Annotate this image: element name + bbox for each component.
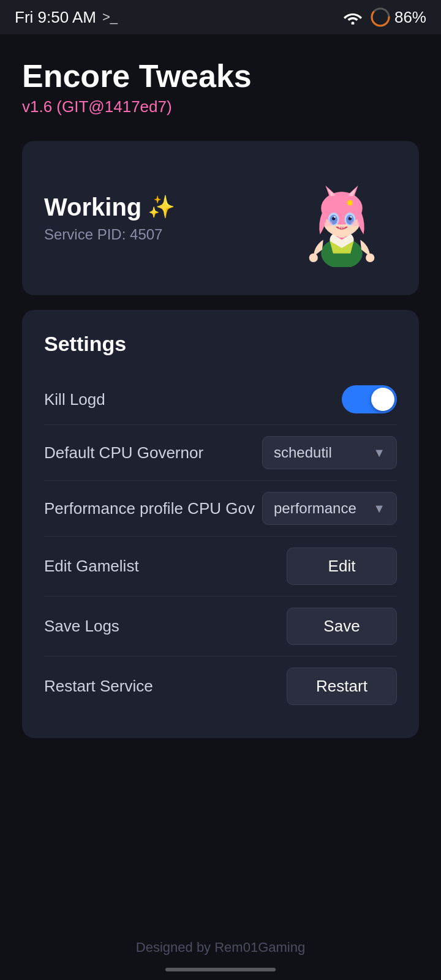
svg-point-18 xyxy=(351,221,360,227)
app-title: Encore Tweaks xyxy=(22,59,419,94)
setting-row-restart-service: Restart Service Restart xyxy=(44,657,397,716)
setting-row-cpu-governor: Default CPU Governor schedutil ▼ xyxy=(44,425,397,481)
status-card: Working ✨ Service PID: 4507 xyxy=(22,141,419,295)
setting-row-save-logs: Save Logs Save xyxy=(44,597,397,657)
svg-point-15 xyxy=(334,216,336,218)
status-time: Fri 9:50 AM xyxy=(15,8,96,27)
terminal-icon: >_ xyxy=(102,9,118,25)
battery-indicator: 86% xyxy=(370,7,426,28)
mascot-image xyxy=(287,163,397,273)
svg-point-23 xyxy=(366,254,374,262)
cpu-governor-value: schedutil xyxy=(274,444,332,461)
home-indicator xyxy=(165,968,276,971)
setting-row-kill-logd: Kill Logd xyxy=(44,374,397,425)
save-logs-button[interactable]: Save xyxy=(287,608,397,645)
dropdown-chevron-icon: ▼ xyxy=(373,446,385,460)
service-pid: Service PID: 4507 xyxy=(44,226,287,243)
status-card-info: Working ✨ Service PID: 4507 xyxy=(44,194,287,243)
settings-card: Settings Kill Logd Default CPU Governor … xyxy=(22,310,419,738)
edit-gamelist-label: Edit Gamelist xyxy=(44,557,287,576)
status-title: Working ✨ xyxy=(44,194,287,221)
perf-profile-dropdown[interactable]: performance ▼ xyxy=(262,492,397,525)
cpu-governor-dropdown[interactable]: schedutil ▼ xyxy=(262,436,397,469)
setting-row-perf-profile: Performance profile CPU Gov performance … xyxy=(44,481,397,537)
kill-logd-label: Kill Logd xyxy=(44,390,342,409)
cpu-governor-label: Default CPU Governor xyxy=(44,443,262,462)
sparkle-icon: ✨ xyxy=(148,194,175,220)
app-version: v1.6 (GIT@1417ed7) xyxy=(22,97,419,116)
main-content: Encore Tweaks v1.6 (GIT@1417ed7) Working… xyxy=(0,34,441,787)
battery-percent: 86% xyxy=(394,8,426,27)
perf-profile-label: Performance profile CPU Gov xyxy=(44,499,262,518)
footer: Designed by Rem01Gaming xyxy=(0,940,441,956)
save-logs-label: Save Logs xyxy=(44,617,287,636)
status-bar-left: Fri 9:50 AM >_ xyxy=(15,8,118,27)
setting-row-edit-gamelist: Edit Gamelist Edit xyxy=(44,537,397,597)
svg-point-17 xyxy=(324,221,333,227)
svg-point-0 xyxy=(351,22,354,25)
mascot-svg xyxy=(293,169,391,267)
settings-title: Settings xyxy=(44,332,397,356)
battery-ring-icon xyxy=(370,7,391,28)
svg-point-8 xyxy=(347,200,353,206)
status-bar: Fri 9:50 AM >_ 86% xyxy=(0,0,441,34)
kill-logd-toggle[interactable] xyxy=(342,385,397,413)
svg-point-16 xyxy=(350,216,352,218)
status-bar-right: 86% xyxy=(343,7,426,28)
restart-service-button[interactable]: Restart xyxy=(287,668,397,705)
restart-service-label: Restart Service xyxy=(44,677,287,696)
wifi-icon xyxy=(343,10,363,24)
footer-text: Designed by Rem01Gaming xyxy=(136,940,305,955)
edit-gamelist-button[interactable]: Edit xyxy=(287,548,397,585)
perf-profile-value: performance xyxy=(274,500,356,517)
dropdown-chevron-icon-2: ▼ xyxy=(373,502,385,516)
svg-point-22 xyxy=(309,254,318,262)
status-text: Working xyxy=(44,194,141,221)
toggle-thumb xyxy=(371,388,394,411)
app-header: Encore Tweaks v1.6 (GIT@1417ed7) xyxy=(22,59,419,116)
